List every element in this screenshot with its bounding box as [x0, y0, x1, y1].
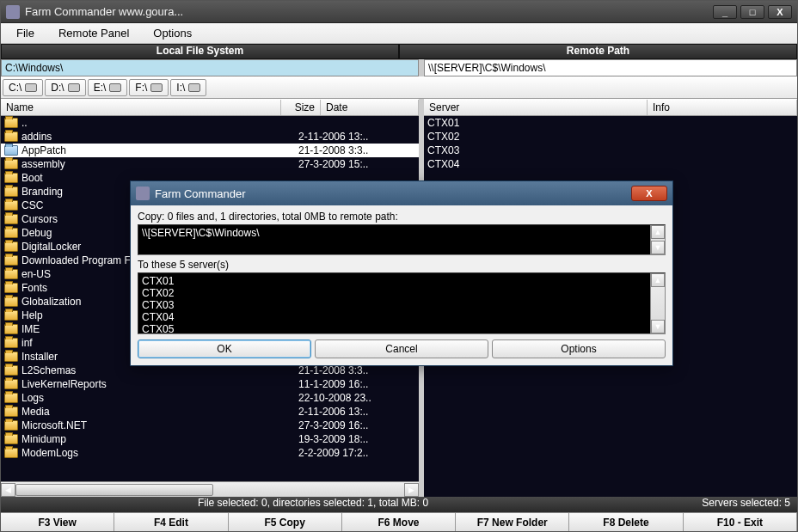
- fkey-f5[interactable]: F5 Copy: [229, 513, 342, 531]
- local-path-input[interactable]: C:\Windows\: [1, 59, 419, 76]
- disk-icon: [25, 83, 37, 92]
- dialog-servers-label: To these 5 server(s): [138, 259, 666, 271]
- file-row[interactable]: LiveKernelReports11-1-2009 16:..: [1, 377, 419, 391]
- fkey-f6[interactable]: F6 Move: [342, 513, 456, 531]
- file-row[interactable]: Media2-11-2006 13:..: [1, 405, 419, 419]
- folder-icon: [4, 255, 18, 266]
- scroll-down-icon[interactable]: ▼: [651, 241, 665, 254]
- file-size: 19-3-2009 18:..: [298, 433, 338, 445]
- col-info[interactable]: Info: [648, 100, 797, 115]
- disk-icon: [68, 83, 80, 92]
- col-size[interactable]: Size: [281, 100, 321, 115]
- file-row[interactable]: Microsoft.NET27-3-2009 16:..: [1, 419, 419, 432]
- close-button[interactable]: X: [768, 5, 792, 19]
- scroll-left-icon[interactable]: ◀: [1, 483, 15, 497]
- server-row[interactable]: CTX02: [424, 130, 797, 144]
- fkey-f10[interactable]: F10 - Exit: [684, 513, 797, 531]
- file-size: 2-11-2006 13:..: [298, 131, 338, 143]
- scroll-right-icon[interactable]: ▶: [404, 483, 419, 497]
- folder-icon: [4, 379, 18, 389]
- dialog-server-list[interactable]: CTX01CTX02CTX03CTX04CTX05 ▲ ▼: [138, 272, 666, 334]
- file-row[interactable]: Logs22-10-2008 23..: [1, 391, 419, 405]
- dialog-server-item[interactable]: CTX04: [142, 311, 661, 323]
- file-date: 11-1-2009 16:..: [298, 378, 368, 390]
- menu-options[interactable]: Options: [141, 25, 204, 41]
- local-h-scrollbar[interactable]: ◀ ▶: [1, 481, 419, 497]
- dialog-cancel-button[interactable]: Cancel: [315, 339, 488, 358]
- folder-icon: [4, 407, 18, 417]
- dialog-titlebar: Farm Commander X: [131, 181, 672, 205]
- file-row[interactable]: AppPatch21-1-2008 3:3..: [1, 144, 419, 157]
- dialog-target-path[interactable]: \\[SERVER]\C$\Windows\ ▲ ▼: [138, 224, 666, 255]
- dialog-ok-button[interactable]: OK: [138, 339, 311, 358]
- status-bar: File selected: 0, directories selected: …: [1, 497, 797, 512]
- folder-icon: [4, 214, 18, 224]
- dialog-server-item[interactable]: CTX02: [142, 287, 661, 299]
- file-date: 2-11-2006 13:..: [298, 406, 368, 418]
- dialog-server-item[interactable]: CTX01: [142, 275, 661, 287]
- file-row[interactable]: ModemLogs2-2-2009 17:2..: [1, 446, 419, 460]
- file-date: 2-11-2006 13:..: [298, 131, 368, 143]
- local-column-header: Name Size Date: [1, 99, 419, 116]
- remote-panel-header: Remote Path: [399, 44, 797, 59]
- dialog-options-button[interactable]: Options: [492, 339, 666, 358]
- fkey-f8[interactable]: F8 Delete: [569, 513, 683, 531]
- server-row[interactable]: CTX04: [424, 157, 797, 171]
- maximize-button[interactable]: □: [740, 5, 764, 19]
- local-panel-header: Local File System: [1, 44, 399, 59]
- drive-button-i[interactable]: I:\: [170, 79, 206, 96]
- folder-icon: [4, 365, 18, 376]
- menu-file[interactable]: File: [4, 25, 46, 41]
- status-left: File selected: 0, directories selected: …: [1, 497, 625, 512]
- dialog-close-button[interactable]: X: [631, 186, 667, 201]
- dialog-server-item[interactable]: CTX05: [142, 323, 661, 335]
- folder-icon: [4, 118, 18, 128]
- server-row[interactable]: CTX03: [424, 144, 797, 157]
- disk-icon: [109, 83, 121, 92]
- file-date: 19-3-2009 18:..: [298, 433, 368, 445]
- folder-icon: [4, 352, 18, 362]
- scrollbar-thumb[interactable]: [15, 484, 213, 496]
- file-row[interactable]: ..: [1, 116, 419, 130]
- folder-icon: [4, 200, 18, 211]
- file-size: 11-1-2009 16:..: [298, 378, 338, 390]
- drive-button-c[interactable]: C:\: [3, 79, 43, 96]
- col-name[interactable]: Name: [1, 100, 281, 115]
- fkey-f4[interactable]: F4 Edit: [114, 513, 228, 531]
- file-date: 22-10-2008 23..: [298, 392, 371, 404]
- drive-button-e[interactable]: E:\: [88, 79, 128, 96]
- col-server[interactable]: Server: [424, 100, 648, 115]
- col-date[interactable]: Date: [321, 100, 419, 115]
- copy-dialog: Farm Commander X Copy: 0 files and, 1 di…: [130, 180, 673, 366]
- remote-path-input[interactable]: \\[SERVER]\C$\Windows\: [424, 59, 797, 76]
- file-size: 27-3-2009 16:..: [298, 419, 338, 431]
- file-row[interactable]: addins2-11-2006 13:..: [1, 130, 419, 144]
- file-row[interactable]: Minidump19-3-2009 18:..: [1, 432, 419, 446]
- menubar: File Remote Panel Options: [1, 23, 797, 44]
- function-keys: F3 ViewF4 EditF5 CopyF6 MoveF7 New Folde…: [1, 512, 797, 531]
- file-size: 21-1-2008 3:3..: [298, 364, 338, 376]
- fkey-f3[interactable]: F3 View: [1, 513, 114, 531]
- server-row[interactable]: CTX01: [424, 116, 797, 130]
- scroll-up-icon[interactable]: ▲: [651, 273, 665, 287]
- drive-button-d[interactable]: D:\: [45, 79, 85, 96]
- file-size: 2-2-2009 17:2..: [298, 447, 338, 459]
- disk-icon: [150, 83, 163, 92]
- file-row[interactable]: assembly27-3-2009 15:..: [1, 157, 419, 171]
- scroll-up-icon[interactable]: ▲: [651, 225, 665, 239]
- dialog-scrollbar-1[interactable]: ▲ ▼: [650, 225, 665, 254]
- dialog-server-item[interactable]: CTX03: [142, 299, 661, 311]
- folder-icon: [4, 324, 18, 334]
- dialog-scrollbar-2[interactable]: ▲ ▼: [650, 273, 665, 333]
- minimize-button[interactable]: _: [713, 5, 737, 19]
- folder-icon: [4, 338, 18, 348]
- file-date: 2-2-2009 17:2..: [298, 447, 368, 459]
- drive-button-f[interactable]: F:\: [129, 79, 169, 96]
- scroll-down-icon[interactable]: ▼: [651, 320, 665, 333]
- file-size: 22-10-2008 23..: [298, 392, 338, 404]
- menu-remote-panel[interactable]: Remote Panel: [46, 25, 141, 41]
- folder-icon: [4, 228, 18, 238]
- fkey-f7[interactable]: F7 New Folder: [456, 513, 569, 531]
- disk-icon: [188, 83, 200, 92]
- folder-icon: [4, 283, 18, 293]
